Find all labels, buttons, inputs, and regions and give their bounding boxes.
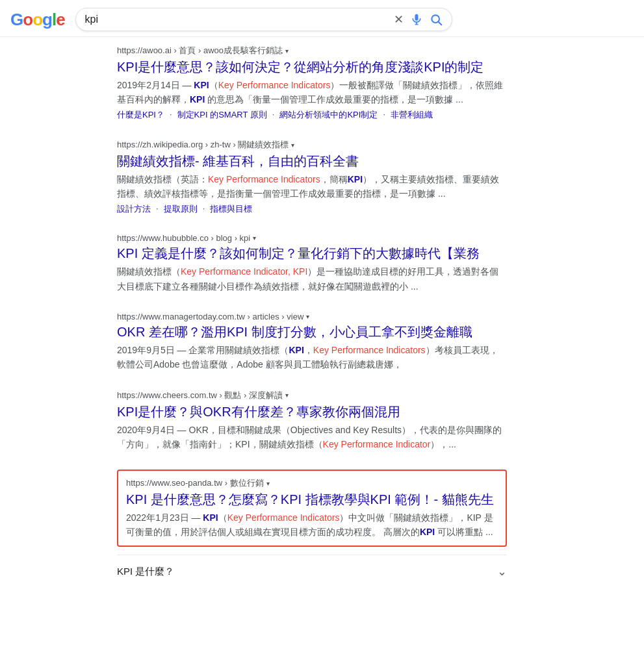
- header: Google ✕: [0, 0, 644, 37]
- result-breadcrumb: https://www.managertoday.com.tw › articl…: [117, 312, 303, 321]
- result-sub-link[interactable]: 指標與目標: [210, 203, 252, 215]
- logo-g1: G: [10, 10, 23, 29]
- result-url: https://www.cheers.com.tw › 觀點 › 深度解讀 ▾: [117, 390, 507, 401]
- result-breadcrumb: https://awoo.ai › 首頁 › awoo成長駭客行銷誌: [117, 45, 283, 56]
- result-sub-link[interactable]: 制定KPI 的SMART 原則: [177, 109, 267, 121]
- result-links: 設計方法 · 提取原則 · 指標與目標: [117, 203, 507, 215]
- result-desc: 2019年9月5日 — 企業常用關鍵績效指標（KPI，Key Performan…: [117, 343, 507, 371]
- result-title[interactable]: KPI是什麼意思？該如何決定？從網站分析的角度淺談KPI的制定: [117, 58, 507, 75]
- result-desc: 關鍵績效指標（Key Performance Indicator, KPI）是一…: [117, 264, 507, 293]
- result-item: https://www.hububble.co › blog › kpi ▾ K…: [117, 233, 507, 293]
- result-title[interactable]: KPI 定義是什麼？該如何制定？量化行銷下的大數據時代【業務: [117, 245, 507, 262]
- result-item-highlighted: https://www.seo-panda.tw › 數位行銷 ▾ KPI 是什…: [117, 470, 507, 547]
- result-breadcrumb: https://www.cheers.com.tw › 觀點 › 深度解讀: [117, 390, 283, 401]
- google-logo: Google: [10, 10, 65, 30]
- search-input[interactable]: [85, 14, 389, 25]
- search-icon: [430, 13, 443, 26]
- result-item: https://awoo.ai › 首頁 › awoo成長駭客行銷誌 ▾ KPI…: [117, 45, 507, 121]
- search-bar: ✕: [75, 8, 452, 31]
- result-title[interactable]: OKR 差在哪？濫用KPI 制度打分數，小心員工拿不到獎金離職: [117, 323, 507, 340]
- result-desc: 2019年2月14日 — KPI（Key Performance Indicat…: [117, 78, 507, 107]
- result-breadcrumb: https://www.hububble.co › blog › kpi: [117, 233, 250, 243]
- result-url: https://zh.wikipedia.org › zh-tw › 關鍵績效指…: [117, 139, 507, 151]
- result-url-arrow[interactable]: ▾: [253, 234, 256, 242]
- bottom-question-text: KPI 是什麼？: [117, 566, 174, 578]
- result-url: https://awoo.ai › 首頁 › awoo成長駭客行銷誌 ▾: [117, 45, 507, 56]
- result-url: https://www.managertoday.com.tw › articl…: [117, 312, 507, 321]
- result-title[interactable]: 關鍵績效指標- 維基百科，自由的百科全書: [117, 153, 507, 169]
- logo-g2: g: [42, 10, 52, 29]
- results-container: https://awoo.ai › 首頁 › awoo成長駭客行銷誌 ▾ KPI…: [117, 37, 507, 596]
- svg-rect-0: [415, 14, 418, 21]
- microphone-icon: [410, 13, 423, 26]
- result-url-arrow[interactable]: ▾: [285, 392, 289, 399]
- result-url-arrow[interactable]: ▾: [285, 47, 289, 55]
- result-sub-link[interactable]: 非營利組織: [391, 109, 433, 121]
- result-item: https://www.cheers.com.tw › 觀點 › 深度解讀 ▾ …: [117, 390, 507, 451]
- result-url-arrow[interactable]: ▾: [266, 480, 270, 487]
- chevron-down-icon: ⌄: [497, 564, 507, 579]
- result-links: 什麼是KPI？ · 制定KPI 的SMART 原則 · 網站分析領域中的KPI制…: [117, 109, 507, 121]
- result-title[interactable]: KPI是什麼？與OKR有什麼差？專家教你兩個混用: [117, 403, 507, 420]
- result-sub-link[interactable]: 設計方法: [117, 203, 151, 215]
- svg-line-4: [438, 22, 441, 25]
- result-desc: 2020年9月4日 — OKR，目標和關鍵成果（Objectives and K…: [117, 423, 507, 451]
- main-content: https://awoo.ai › 首頁 › awoo成長駭客行銷誌 ▾ KPI…: [0, 37, 507, 596]
- bottom-question[interactable]: KPI 是什麼？ ⌄: [117, 555, 507, 588]
- result-url: https://www.hububble.co › blog › kpi ▾: [117, 233, 507, 243]
- search-bar-icons: ✕: [394, 12, 443, 27]
- logo-e: e: [56, 10, 64, 29]
- result-breadcrumb: https://www.seo-panda.tw › 數位行銷: [126, 477, 264, 489]
- clear-button[interactable]: ✕: [394, 12, 404, 27]
- result-url: https://www.seo-panda.tw › 數位行銷 ▾: [126, 477, 498, 489]
- result-url-arrow[interactable]: ▾: [291, 142, 294, 149]
- result-sub-link[interactable]: 網站分析領域中的KPI制定: [279, 109, 378, 121]
- logo-o2: o: [32, 10, 42, 29]
- result-desc: 2022年1月23日 — KPI（Key Performance Indicat…: [126, 510, 498, 539]
- result-sub-link[interactable]: 什麼是KPI？: [117, 109, 164, 121]
- result-desc: 關鍵績效指標（英語：Key Performance Indicators，簡稱K…: [117, 172, 507, 201]
- result-sub-link[interactable]: 提取原則: [164, 203, 198, 215]
- search-button[interactable]: [430, 13, 443, 26]
- result-item: https://zh.wikipedia.org › zh-tw › 關鍵績效指…: [117, 139, 507, 215]
- result-breadcrumb: https://zh.wikipedia.org › zh-tw › 關鍵績效指…: [117, 139, 289, 151]
- result-url-arrow[interactable]: ▾: [306, 313, 309, 320]
- voice-search-button[interactable]: [410, 13, 423, 26]
- result-item: https://www.managertoday.com.tw › articl…: [117, 312, 507, 371]
- logo-o1: o: [23, 10, 32, 29]
- result-title[interactable]: KPI 是什麼意思？怎麼寫？KPI 指標教學與KPI 範例！- 貓熊先生: [126, 491, 498, 508]
